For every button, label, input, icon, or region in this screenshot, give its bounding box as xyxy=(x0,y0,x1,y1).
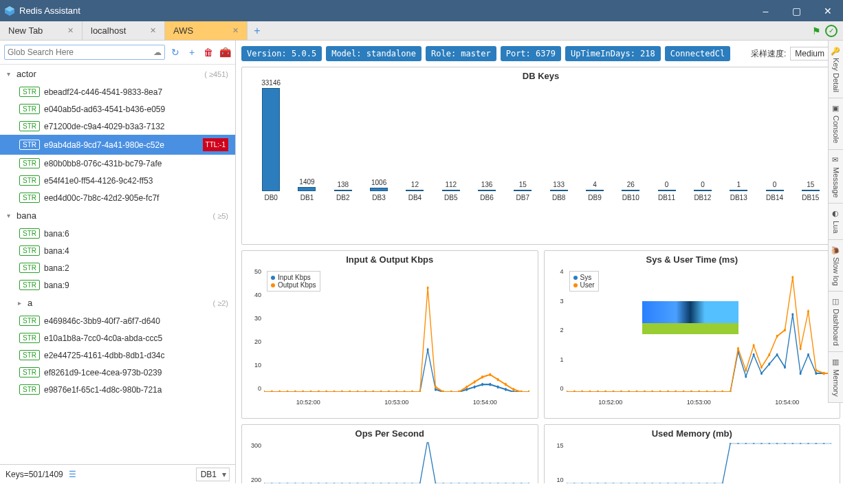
sidetab-label: Message xyxy=(832,167,840,198)
svg-point-129 xyxy=(736,347,738,351)
sys-user-chart: Sys & User Time (ms) 4321010:52:0010:53:… xyxy=(544,250,841,419)
sidetab-label: Memory xyxy=(832,369,840,397)
bar-column: 15DB7 xyxy=(506,181,539,201)
flag-icon[interactable]: ⚑ xyxy=(812,25,821,36)
key-tree[interactable]: ▾actor( ≥451)STRebeadf24-c446-4541-9833-… xyxy=(0,65,235,464)
svg-point-178 xyxy=(573,483,575,483)
svg-point-201 xyxy=(752,443,754,444)
tree-item[interactable]: STRe9ab4da8-9cd7-4a41-980e-c52eTTL:-1 xyxy=(0,135,235,155)
svg-point-119 xyxy=(659,391,661,392)
key-name: ebeadf24-c446-4541-9833-8ea7 xyxy=(44,87,162,97)
tab[interactable]: New Tab✕ xyxy=(0,21,83,40)
bar-column: 12DB4 xyxy=(398,181,431,201)
tree-item[interactable]: STRe80b0bb8-076c-431b-bc79-7afe xyxy=(0,155,235,172)
tree-item[interactable]: STRe040ab5d-ad63-4541-b436-e059 xyxy=(0,100,235,118)
tab-close-icon[interactable]: ✕ xyxy=(144,26,156,35)
svg-point-199 xyxy=(736,443,738,444)
svg-point-155 xyxy=(364,483,366,483)
svg-point-56 xyxy=(411,391,413,392)
svg-point-172 xyxy=(497,483,499,483)
sidetab[interactable]: 🐌Slow log xyxy=(829,240,843,292)
tree-item[interactable]: STRe469846c-3bb9-40f7-a6f7-d640 xyxy=(0,312,235,329)
delete-icon[interactable]: 🗑 xyxy=(202,47,215,58)
svg-point-66 xyxy=(489,373,491,376)
search-input[interactable] xyxy=(8,47,153,57)
cloud-icon[interactable]: ☁ xyxy=(153,47,162,57)
bar-value: 112 xyxy=(445,181,457,188)
svg-point-31 xyxy=(489,383,491,386)
dashboard-panel: Version: 5.0.5Model: standaloneRole: mas… xyxy=(236,41,843,483)
svg-point-198 xyxy=(729,443,731,444)
info-tag: Model: standalone xyxy=(326,46,422,61)
svg-point-117 xyxy=(643,391,645,392)
sidetab[interactable]: ✉Message xyxy=(829,150,843,204)
type-badge: STR xyxy=(19,316,40,326)
sidetab[interactable]: 🔑Key Detail xyxy=(829,41,843,98)
svg-point-100 xyxy=(783,366,785,369)
bar-rect xyxy=(478,190,496,191)
tree-item[interactable]: STReed4d00c-7b8c-42d2-905e-fc7f xyxy=(0,189,235,206)
svg-point-120 xyxy=(666,391,668,392)
tab-close-icon[interactable]: ✕ xyxy=(227,26,239,35)
svg-point-97 xyxy=(760,372,762,375)
svg-point-102 xyxy=(799,372,801,375)
svg-point-194 xyxy=(698,483,700,483)
tab-close-icon[interactable]: ✕ xyxy=(62,26,74,35)
tree-item[interactable]: STRebeadf24-c446-4541-9833-8ea7 xyxy=(0,83,235,100)
bar-label: DB11 xyxy=(658,194,675,201)
info-tag: UpTimeInDays: 218 xyxy=(565,46,661,61)
tree-item[interactable]: STRef8261d9-1cee-4cea-973b-0239 xyxy=(0,364,235,381)
tree-item[interactable]: STRe71200de-c9a4-4029-b3a3-7132 xyxy=(0,118,235,135)
tab[interactable]: AWS✕ xyxy=(165,21,248,40)
tree-item[interactable]: STRe9876e1f-65c1-4d8c-980b-721a xyxy=(0,381,235,398)
svg-point-145 xyxy=(287,483,289,483)
type-badge: STR xyxy=(19,350,40,360)
sidetab[interactable]: ▣Console xyxy=(829,98,843,149)
tree-subgroup[interactable]: ▸a( ≥2) xyxy=(0,294,235,312)
toolbox-icon[interactable]: 🧰 xyxy=(219,47,231,58)
tree-item[interactable]: STRe2e44725-4161-4dbb-8db1-d34c xyxy=(0,347,235,364)
sidetab[interactable]: ◐Lua xyxy=(829,204,843,239)
tree-group[interactable]: ▾actor( ≥451) xyxy=(0,65,235,83)
type-badge: STR xyxy=(19,384,40,395)
tree-item[interactable]: STRbana:2 xyxy=(0,259,235,276)
svg-point-130 xyxy=(745,369,747,372)
svg-point-54 xyxy=(395,391,397,392)
svg-point-184 xyxy=(620,483,622,483)
minimize-button[interactable]: – xyxy=(750,0,781,21)
tree-item[interactable]: STRbana:6 xyxy=(0,225,235,242)
svg-point-43 xyxy=(310,391,312,392)
svg-point-161 xyxy=(411,483,413,483)
tree-item[interactable]: STRe54f41e0-ff54-4126-9c42-ff53 xyxy=(0,172,235,189)
maximize-button[interactable]: ▢ xyxy=(781,0,812,21)
key-name: e2e44725-4161-4dbb-8db1-d34c xyxy=(44,351,164,360)
type-badge: STR xyxy=(19,104,40,114)
svg-point-115 xyxy=(628,391,630,392)
add-key-icon[interactable]: + xyxy=(186,47,198,58)
svg-point-165 xyxy=(442,483,444,483)
tree-group[interactable]: ▾bana( ≥5) xyxy=(0,206,235,225)
svg-point-42 xyxy=(302,391,304,392)
db-select[interactable]: DB1 xyxy=(196,468,230,481)
bar-value: 1006 xyxy=(371,179,386,186)
refresh-icon[interactable]: ↻ xyxy=(169,47,182,58)
sidetab[interactable]: ◫Dashboard xyxy=(829,292,843,352)
close-button[interactable]: ✕ xyxy=(812,0,843,21)
svg-point-166 xyxy=(450,483,452,483)
tree-item[interactable]: STRe10a1b8a-7cc0-4c0a-abda-ccc5 xyxy=(0,329,235,347)
tree-item[interactable]: STRbana:4 xyxy=(0,242,235,259)
svg-point-64 xyxy=(474,380,476,384)
svg-point-29 xyxy=(474,385,476,388)
list-icon[interactable]: ☰ xyxy=(69,470,76,479)
sidetab[interactable]: ▥Memory xyxy=(829,352,843,403)
group-count: ( ≥5) xyxy=(212,212,228,220)
tab[interactable]: localhost✕ xyxy=(83,21,165,40)
tree-item[interactable]: STRbana:9 xyxy=(0,276,235,294)
svg-point-137 xyxy=(799,347,801,351)
svg-point-182 xyxy=(604,483,606,483)
type-badge: STR xyxy=(19,175,40,186)
chart-title: Used Memory (mb) xyxy=(545,425,840,442)
add-tab-button[interactable]: + xyxy=(248,21,267,40)
sidetab-icon: 🐌 xyxy=(831,245,840,254)
key-name: eed4d00c-7b8c-42d2-905e-fc7f xyxy=(44,193,159,203)
